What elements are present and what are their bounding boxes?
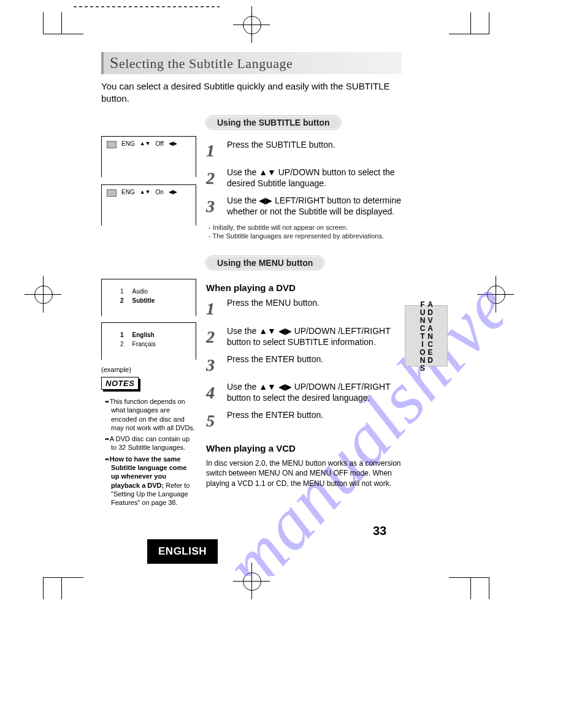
osd-box-on: ENG ▲▼ On ◀▶ — [101, 184, 196, 226]
osd-box-off: ENG ▲▼ Off ◀▶ — [101, 136, 196, 177]
page-title: Selecting the Subtitle Language — [101, 52, 402, 74]
updown-icon: ▲▼ — [140, 140, 151, 146]
menu-row-label: Subtitle — [132, 297, 155, 304]
step-1: 1Press the SUBTITLE button. — [206, 140, 402, 162]
side-tab-advanced-functions: ADVANCED FUNCTIONS — [405, 305, 448, 366]
menu-row: 1Audio — [120, 287, 190, 296]
intro-paragraph: You can select a desired Subtitle quickl… — [101, 80, 402, 105]
vcd-heading: When playing a VCD — [206, 443, 402, 453]
section-heading-menu-button: Using the MENU button — [205, 256, 324, 270]
registration-mark-icon — [233, 563, 270, 599]
note-item: A DVD disc can contain up to 32 Subtitle… — [105, 434, 196, 452]
step-1: 1Press the MENU button. — [206, 298, 402, 320]
vcd-body: In disc version 2.0, the MENU button wor… — [206, 458, 402, 488]
step-3: 3Press the ENTER button. — [206, 354, 402, 376]
note-item: How to have the same Subtitle language c… — [105, 455, 196, 507]
step-2: 2Use the ▲▼ UP/DOWN button to select the… — [206, 167, 402, 189]
footnote: - The Subtitle languages are represented… — [209, 232, 402, 240]
step-text: Press the ENTER button. — [227, 410, 402, 432]
osd-state: Off — [156, 140, 164, 147]
footnote: - Initially, the subtitle will not appea… — [209, 224, 402, 231]
title-text: electing the Subtitle Language — [119, 56, 293, 71]
notes-list: This function depends on what languages … — [101, 397, 196, 507]
crop-mark — [61, 12, 83, 34]
crop-mark — [449, 12, 471, 34]
menu-box-top: 1Audio 2Subtitle — [101, 279, 196, 316]
step-text: Press the MENU button. — [227, 298, 402, 320]
step-number-icon: 3 — [206, 195, 222, 218]
registration-mark-icon — [233, 6, 270, 43]
leftright-icon: ◀▶ — [169, 189, 177, 195]
menu-row-num: 2 — [120, 341, 124, 347]
step-5: 5Press the ENTER button. — [206, 410, 402, 432]
osd-lang: ENG — [121, 140, 135, 147]
crop-mark — [449, 577, 471, 599]
step-text: Use the ▲▼ ◀▶ UP/DOWN /LEFT/RIGHT button… — [227, 382, 402, 404]
leftright-icon: ◀▶ — [169, 140, 177, 146]
step-4: 4Use the ▲▼ ◀▶ UP/DOWN /LEFT/RIGHT butto… — [206, 382, 402, 404]
step-number-icon: 1 — [206, 140, 222, 162]
page-content: Selecting the Subtitle Language You can … — [101, 52, 402, 510]
dot-line — [74, 6, 220, 7]
step-text: Press the SUBTITLE button. — [227, 140, 402, 162]
step-text: Use the ▲▼ UP/DOWN button to select the … — [227, 167, 402, 189]
page-number: 33 — [373, 524, 386, 538]
registration-mark-icon — [477, 276, 514, 313]
menu-row-label: Audio — [132, 288, 148, 295]
step-text: Use the ▲▼ ◀▶ UP/DOWN /LEFT/RIGHT button… — [227, 326, 402, 348]
step-number-icon: 1 — [206, 298, 222, 320]
step-text: Press the ENTER button. — [227, 354, 402, 376]
subtitle-icon — [107, 189, 117, 197]
title-initial: S — [110, 54, 119, 72]
osd-examples: ENG ▲▼ Off ◀▶ ENG ▲▼ On ◀▶ — [101, 136, 196, 241]
menu-row: 2Français — [120, 339, 190, 349]
step-2: 2Use the ▲▼ ◀▶ UP/DOWN /LEFT/RIGHT butto… — [206, 326, 402, 348]
menu-box-bottom: 1English 2Français — [101, 322, 196, 360]
menu-row: 2Subtitle — [120, 296, 190, 305]
side-tab-text: ADVANCED FUNCTIONS — [418, 300, 434, 372]
updown-icon: ▲▼ — [140, 189, 151, 195]
example-label: (example) — [101, 366, 196, 373]
osd-state: On — [156, 189, 164, 195]
menu-row-num: 1 — [120, 332, 124, 338]
notes-heading: NOTES — [101, 377, 139, 390]
subtitle-icon — [107, 141, 117, 148]
registration-mark-icon — [25, 276, 61, 313]
step-number-icon: 5 — [206, 410, 222, 432]
step-number-icon: 2 — [206, 326, 222, 348]
dvd-heading: When playing a DVD — [206, 282, 402, 293]
menu-row-label: English — [132, 332, 155, 338]
section1-steps: 1Press the SUBTITLE button. 2Use the ▲▼ … — [206, 136, 402, 241]
step-number-icon: 2 — [206, 167, 222, 189]
step-3: 3Use the ◀▶ LEFT/RIGHT button to determi… — [206, 195, 402, 218]
section1-footnotes: - Initially, the subtitle will not appea… — [209, 224, 402, 240]
section-heading-subtitle-button: Using the SUBTITLE button — [205, 115, 342, 130]
menu-row-num: 2 — [120, 297, 124, 304]
language-box: ENGLISH — [147, 539, 218, 564]
step-text: Use the ◀▶ LEFT/RIGHT button to determin… — [227, 195, 402, 218]
osd-lang: ENG — [121, 189, 135, 195]
note-item: This function depends on what languages … — [105, 397, 196, 432]
menu-row-label: Français — [132, 341, 156, 347]
menu-row-num: 1 — [120, 288, 124, 295]
step-number-icon: 4 — [206, 382, 222, 404]
crop-mark — [61, 577, 83, 599]
menu-row: 1English — [120, 330, 190, 339]
step-number-icon: 3 — [206, 354, 222, 376]
